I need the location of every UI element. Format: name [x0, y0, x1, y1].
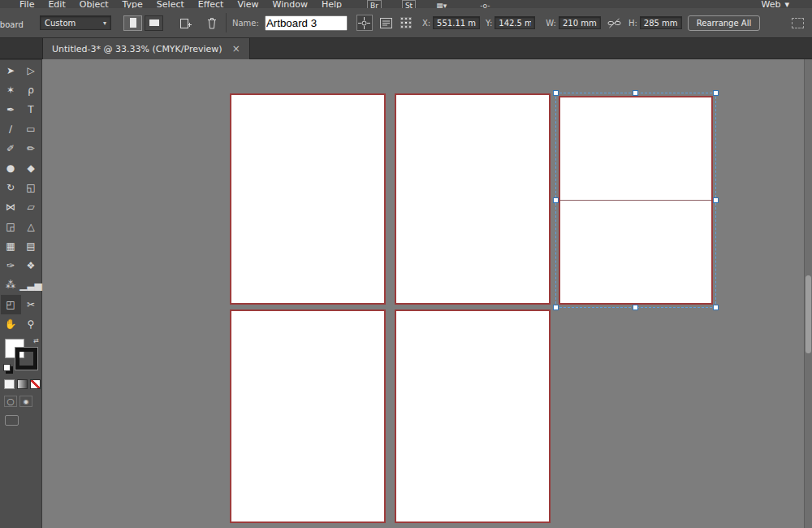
- selection-tool[interactable]: ➤: [1, 61, 21, 80]
- menu-item[interactable]: File: [19, 0, 34, 8]
- tool-icon: ✂: [27, 299, 35, 310]
- screen-mode-button[interactable]: [5, 415, 19, 426]
- tool-icon: ∕: [9, 123, 12, 135]
- vertical-scrollbar[interactable]: [804, 59, 812, 528]
- delete-artboard-button[interactable]: [204, 15, 220, 31]
- eraser-tool[interactable]: ◆: [21, 158, 41, 178]
- lasso-tool[interactable]: ρ: [21, 80, 41, 100]
- artboard-name-input[interactable]: [265, 15, 348, 31]
- blob-brush-tool[interactable]: ●: [1, 158, 21, 178]
- preset-dropdown[interactable]: Custom ▾: [40, 15, 111, 30]
- portrait-orientation-button[interactable]: [123, 15, 142, 31]
- menu-item[interactable]: Object: [80, 0, 109, 8]
- scrollbar-thumb[interactable]: [806, 275, 811, 353]
- gradient-button[interactable]: [17, 379, 28, 389]
- menu-item[interactable]: Edit: [48, 0, 65, 8]
- menu-item[interactable]: Type: [123, 0, 143, 8]
- type-tool[interactable]: T: [21, 100, 41, 119]
- width-tool[interactable]: ⋈: [1, 197, 21, 217]
- default-fill-stroke-icon[interactable]: [3, 364, 11, 371]
- rotate-tool[interactable]: ↻: [1, 178, 21, 197]
- bridge-button[interactable]: Br: [367, 0, 382, 8]
- perspective-grid-tool[interactable]: △: [21, 217, 41, 236]
- menu-item[interactable]: View: [237, 0, 258, 8]
- paintbrush-tool[interactable]: ✐: [1, 139, 21, 158]
- hand-tool[interactable]: ✋: [1, 314, 21, 334]
- tool-icon: ✑: [6, 260, 15, 271]
- x-position-input[interactable]: [433, 16, 480, 29]
- menu-item[interactable]: Effect: [198, 0, 224, 8]
- column-graph-tool[interactable]: ▁▃▅: [21, 275, 41, 295]
- artboard-4[interactable]: [230, 309, 386, 523]
- color-button[interactable]: [4, 379, 15, 389]
- ref-point[interactable]: [408, 17, 412, 20]
- stock-button[interactable]: St: [402, 0, 416, 8]
- artboard-5[interactable]: [395, 309, 551, 523]
- menu-item[interactable]: Window: [273, 0, 308, 8]
- ref-point[interactable]: [400, 17, 404, 20]
- new-artboard-button[interactable]: [177, 15, 193, 31]
- mesh-tool[interactable]: ▦: [1, 236, 21, 256]
- panel-label: Artboard: [0, 15, 28, 31]
- selection-handle-n[interactable]: [633, 90, 638, 96]
- selection-handle-e[interactable]: [713, 197, 719, 203]
- workspace-switcher[interactable]: Web ▾: [761, 0, 789, 8]
- shape-builder-tool[interactable]: ◲: [1, 217, 21, 236]
- ref-point[interactable]: [408, 25, 412, 28]
- scale-tool[interactable]: ◱: [21, 178, 41, 197]
- y-position-input[interactable]: [495, 16, 535, 29]
- gradient-tool[interactable]: ▤: [21, 236, 41, 256]
- menu-item[interactable]: Help: [322, 0, 342, 8]
- rectangle-tool[interactable]: ▭: [21, 119, 41, 139]
- arrange-documents-icon[interactable]: ▦▾: [436, 0, 447, 8]
- selection-handle-nw[interactable]: [553, 90, 559, 96]
- selection-handle-sw[interactable]: [553, 305, 559, 310]
- stroke-swatch[interactable]: [15, 348, 37, 370]
- reference-point-grid[interactable]: [400, 17, 412, 28]
- move-artwork-toggle-button[interactable]: [356, 15, 373, 31]
- selection-handle-w[interactable]: [553, 197, 559, 203]
- artboard-2[interactable]: [395, 93, 551, 305]
- draw-normal-button[interactable]: ◯: [4, 396, 17, 407]
- pencil-tool[interactable]: ✏: [21, 139, 41, 158]
- document-tab[interactable]: Untitled-3* @ 33.33% (CMYK/Preview) ×: [42, 38, 250, 59]
- close-icon[interactable]: ×: [232, 43, 240, 54]
- width-input[interactable]: [559, 16, 601, 29]
- zoom-tool[interactable]: ⚲: [21, 314, 41, 334]
- ref-point[interactable]: [404, 25, 408, 28]
- preset-value: Custom: [45, 19, 76, 28]
- tool-icon: ▷: [27, 65, 34, 76]
- tool-icon: T: [28, 104, 33, 115]
- ref-point[interactable]: [400, 21, 404, 24]
- ref-point[interactable]: [408, 21, 412, 24]
- line-segment-tool[interactable]: ∕: [1, 119, 21, 139]
- free-transform-tool[interactable]: ▱: [21, 197, 41, 217]
- height-input[interactable]: [640, 16, 682, 29]
- menu-item[interactable]: Select: [157, 0, 184, 8]
- constrain-proportions-toggle[interactable]: [607, 15, 623, 31]
- eyedropper-tool[interactable]: ✑: [1, 256, 21, 275]
- selection-handle-se[interactable]: [713, 305, 719, 310]
- ref-point[interactable]: [404, 17, 408, 20]
- artboard-tool[interactable]: ◰: [1, 295, 21, 314]
- blend-tool[interactable]: ❖: [21, 256, 41, 275]
- artboard-options-button[interactable]: [378, 15, 395, 31]
- landscape-orientation-button[interactable]: [145, 15, 163, 31]
- draw-modes-row: ◯ ◉: [4, 396, 41, 407]
- canvas[interactable]: [42, 59, 812, 528]
- none-button[interactable]: [30, 379, 41, 389]
- pen-tool[interactable]: ✒: [1, 100, 21, 119]
- selection-handle-s[interactable]: [633, 305, 638, 310]
- swap-fill-stroke-icon[interactable]: ⇄: [33, 337, 39, 344]
- magic-wand-tool[interactable]: ✶: [1, 80, 21, 100]
- draw-behind-button[interactable]: ◉: [19, 396, 32, 407]
- ref-point-center[interactable]: [404, 21, 408, 24]
- rearrange-all-button[interactable]: Rearrange All: [688, 15, 760, 31]
- artboard-1[interactable]: [230, 93, 386, 305]
- ref-point[interactable]: [400, 25, 404, 28]
- selection-handle-ne[interactable]: [713, 90, 719, 96]
- target-icon[interactable]: -o-: [480, 0, 490, 8]
- slice-tool[interactable]: ✂: [21, 295, 41, 314]
- direct-selection-tool[interactable]: ▷: [21, 61, 41, 80]
- symbol-sprayer-tool[interactable]: ⁂: [1, 275, 21, 295]
